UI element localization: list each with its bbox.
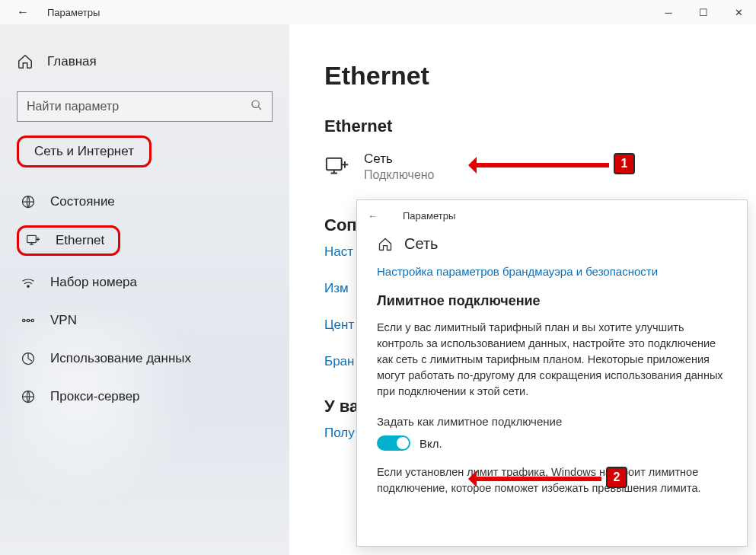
globe-icon [20,193,37,210]
sidebar-item-label: VPN [50,313,77,328]
sidebar-item-status[interactable]: Состояние [17,183,273,221]
window-title: Параметры [47,7,100,18]
titlebar: ← Параметры ─ ☐ ✕ [0,0,756,24]
svg-rect-2 [27,235,37,242]
annotation-badge-2: 2 [606,467,627,488]
sidebar-item-label: Набор номера [50,275,137,290]
sidebar-item-vpn[interactable]: VPN [17,301,273,340]
home-icon [17,53,33,70]
annotation-arrow-1 [472,163,609,167]
annotation-badge-1: 1 [614,153,635,174]
search-input[interactable] [27,100,250,113]
sidebar-item-label: Ethernet [56,233,104,248]
metered-description: Если у вас лимитный тарифный план и вы х… [377,320,727,400]
annotation-box-category: Сеть и Интернет [17,136,152,167]
overlay-titlebar: ← Параметры [357,200,747,231]
minimize-button[interactable]: ─ [651,0,686,24]
svg-point-3 [27,285,30,288]
svg-point-4 [23,319,25,321]
sidebar-item-label: Состояние [50,194,115,209]
svg-point-6 [31,319,33,321]
sidebar-item-label: Прокси-сервер [50,389,140,404]
sidebar-home[interactable]: Главная [17,53,273,70]
sidebar-item-dialup[interactable]: Набор номера [17,263,273,301]
network-monitor-icon [324,154,350,180]
metered-toggle-state: Вкл. [419,437,442,450]
sidebar-home-label: Главная [47,54,97,69]
maximize-button[interactable]: ☐ [686,0,721,24]
firewall-settings-link[interactable]: Настройка параметров брандмауэра и безоп… [377,265,658,278]
overlay-title: Параметры [403,210,455,222]
sidebar-category: Сеть и Интернет [28,139,140,164]
overlay-heading-text: Сеть [404,235,438,253]
overlay-page-heading: Сеть [377,235,727,253]
proxy-icon [20,388,37,405]
back-button[interactable]: ← [14,5,32,19]
home-icon [377,236,394,253]
search-icon [250,99,263,114]
close-button[interactable]: ✕ [721,0,756,24]
svg-point-5 [27,319,29,321]
vpn-icon [20,312,37,329]
sidebar-item-label: Использование данных [50,351,191,366]
sidebar: Главная Сеть и Интернет Состояние [0,24,289,555]
sidebar-item-data-usage[interactable]: Использование данных [17,340,273,378]
svg-point-0 [252,100,259,107]
overlay-window: ← Параметры Сеть Настройка параметров бр… [356,199,748,547]
metered-toggle-label: Задать как лимитное подключение [377,415,727,428]
metered-header: Лимитное подключение [377,293,727,309]
sidebar-item-ethernet[interactable]: Ethernet [17,225,273,256]
data-usage-icon [20,350,37,367]
search-box[interactable] [17,91,273,122]
network-name: Сеть [364,152,435,167]
page-title: Ethernet [324,61,721,91]
overlay-back-button[interactable]: ← [368,210,384,222]
network-status: Подключено [364,168,435,182]
section-header-ethernet: Ethernet [324,116,721,136]
sidebar-item-proxy[interactable]: Прокси-сервер [17,378,273,416]
ethernet-icon [25,232,42,249]
window-controls: ─ ☐ ✕ [651,0,756,24]
svg-rect-9 [327,158,342,171]
metered-toggle[interactable] [377,435,410,451]
dialup-icon [20,274,37,291]
annotation-arrow-2 [472,477,601,481]
